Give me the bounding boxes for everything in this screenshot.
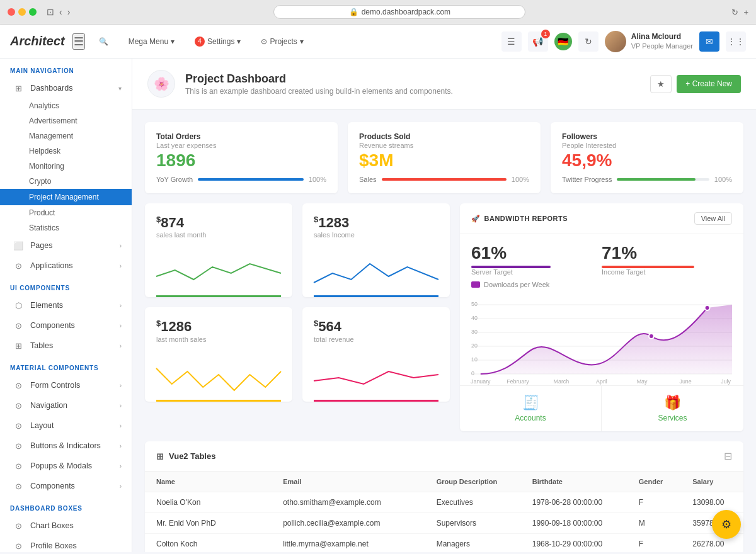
menu-icon-btn[interactable]: ☰ — [501, 31, 522, 52]
projects-button[interactable]: ⊙ Projects ▾ — [255, 34, 309, 49]
avatar — [605, 31, 626, 52]
sidebar-subitem-analytics[interactable]: Analytics — [0, 98, 132, 113]
sidebar-item-layout[interactable]: ⊙ Layout › — [0, 416, 132, 436]
page-header-icon: 🌸 — [147, 70, 175, 98]
table-row: Noelia O'Konotho.smitham@example.comExec… — [145, 492, 743, 513]
flag-icon[interactable]: 🇩🇪 — [554, 33, 572, 50]
refresh-icon-btn[interactable]: ↻ — [578, 31, 598, 52]
svg-text:May: May — [637, 378, 648, 385]
notification-icon-btn[interactable]: 📢 1 — [528, 31, 548, 52]
star-button[interactable]: ★ — [650, 75, 672, 93]
sidebar-subitem-product[interactable]: Product — [0, 205, 132, 220]
more-icon-btn[interactable]: ⋮⋮ — [726, 31, 746, 52]
col-gender: Gender — [627, 472, 681, 492]
chart-svg-1 — [156, 245, 281, 295]
bandwidth-chart-area: 0 10 20 30 40 50 — [460, 292, 743, 380]
create-button[interactable]: + Create New — [677, 75, 741, 93]
user-name: Alina Mclourd — [631, 32, 693, 42]
elements-icon: ⬡ — [13, 300, 24, 311]
ui-components-label: UI COMPONENTS — [0, 276, 132, 295]
new-tab-icon[interactable]: + — [743, 8, 748, 17]
minimize-dot[interactable] — [18, 8, 26, 16]
col-name: Name — [145, 472, 272, 492]
search-button[interactable]: 🔍 — [93, 34, 115, 49]
svg-text:0: 0 — [471, 370, 474, 376]
sidebar-item-components[interactable]: ⊙ Components › — [0, 315, 132, 336]
accounts-icon: 🧾 — [522, 395, 539, 411]
sidebar-toggle-icon[interactable]: ⊡ — [47, 7, 54, 17]
settings-button[interactable]: 4 Settings ▾ — [188, 33, 247, 50]
sidebar-item-navigation[interactable]: ⊙ Navigation › — [0, 395, 132, 416]
stat-sublabel: People Interested — [562, 142, 732, 149]
browser-dots — [8, 8, 37, 16]
chart-svg-2 — [314, 245, 438, 295]
maximize-dot[interactable] — [29, 8, 37, 16]
logo: Architect — [10, 34, 65, 48]
server-metric: 61% Server Target — [471, 243, 602, 276]
sidebar-item-pages[interactable]: ⬜ Pages › — [0, 235, 132, 256]
tables-icon: ⊞ — [13, 340, 24, 351]
sidebar-subitem-management[interactable]: Management — [0, 128, 132, 144]
sidebar-subitem-monitoring[interactable]: Monitoring — [0, 159, 132, 174]
settings-icon: ⚙ — [721, 517, 731, 531]
stat-sublabel: Last year expenses — [156, 142, 326, 149]
applications-icon: ⊙ — [13, 260, 24, 271]
mini-chart-card-3: $1286 last month sales — [145, 307, 292, 401]
components-icon: ⊙ — [13, 320, 24, 331]
chart-boxes-icon: ⊙ — [13, 520, 24, 531]
sidebar-item-popups[interactable]: ⊙ Popups & Modals › — [0, 456, 132, 476]
table-icon: ⊞ — [156, 451, 164, 461]
page-title: Project Dashboard — [185, 72, 453, 86]
sidebar-subitem-statistics[interactable]: Statistics — [0, 220, 132, 235]
income-metric: 71% Income Target — [602, 243, 732, 276]
nav-icon: ⊙ — [13, 400, 24, 411]
sidebar-subitem-project-management[interactable]: Project Management — [0, 189, 132, 205]
stat-bar — [382, 178, 507, 181]
sidebar-item-dashboards[interactable]: ⊞ Dashboards ▾ — [0, 78, 132, 98]
income-label: Income Target — [602, 268, 732, 276]
page-subtitle: This is an example dashboard created usi… — [185, 87, 453, 96]
sidebar-item-buttons[interactable]: ⊙ Buttons & Indicators › — [0, 436, 132, 456]
svg-text:June: June — [679, 378, 691, 385]
mail-icon-btn[interactable]: ✉ — [699, 31, 719, 52]
svg-text:April: April — [596, 378, 607, 385]
chart-svg-3 — [156, 349, 281, 400]
fab-button[interactable]: ⚙ — [712, 510, 741, 539]
sidebar-item-chart-boxes[interactable]: ⊙ Chart Boxes — [0, 516, 132, 536]
stat-sublabel: Revenue streams — [359, 142, 529, 149]
back-icon[interactable]: ‹ — [59, 7, 62, 17]
sidebar-subitem-advertisement[interactable]: Advertisement — [0, 113, 132, 128]
sidebar-item-mat-components[interactable]: ⊙ Components › — [0, 476, 132, 496]
forward-icon[interactable]: › — [67, 7, 71, 17]
svg-text:40: 40 — [471, 315, 478, 321]
legend-label: Downloads per Week — [484, 281, 549, 288]
url-text: demo.dashboardpack.com — [362, 8, 450, 16]
mega-menu-button[interactable]: Mega Menu ▾ — [122, 34, 181, 49]
hamburger-button[interactable]: ☰ — [72, 33, 85, 50]
close-dot[interactable] — [8, 8, 15, 16]
sidebar-subitem-helpdesk[interactable]: Helpdesk — [0, 144, 132, 159]
col-birthdate: Birthdate — [521, 472, 627, 492]
browser-controls: ⊡ ‹ › — [47, 7, 70, 17]
sidebar-subitem-crypto[interactable]: Crypto — [0, 174, 132, 189]
table-grid-icon[interactable]: ⊟ — [724, 450, 732, 462]
sidebar-item-elements[interactable]: ⬡ Elements › — [0, 295, 132, 315]
table-row: Mr. Enid Von PhDpollich.cecilia@example.… — [145, 513, 743, 534]
sidebar-item-tables[interactable]: ⊞ Tables › — [0, 336, 132, 356]
accounts-action[interactable]: 🧾 Accounts — [460, 386, 602, 431]
view-all-button[interactable]: View All — [694, 212, 732, 225]
sidebar-item-profile-boxes[interactable]: ⊙ Profile Boxes — [0, 536, 132, 552]
income-pct: 71% — [602, 243, 732, 263]
table-title-text: Vue2 Tables — [169, 451, 215, 461]
services-label: Services — [658, 414, 687, 422]
nav-right: ☰ 📢 1 🇩🇪 ↻ Alina Mclourd VP People Manag… — [501, 31, 746, 52]
popups-icon: ⊙ — [13, 460, 24, 472]
sidebar-item-form-controls[interactable]: ⊙ Form Controls › — [0, 375, 132, 395]
layout-icon: ⊙ — [13, 420, 24, 431]
data-table: Name Email Group Description Birthdate G… — [145, 472, 743, 552]
sidebar-item-applications[interactable]: ⊙ Applications › — [0, 256, 132, 276]
services-action[interactable]: 🎁 Services — [602, 386, 743, 431]
refresh-icon[interactable]: ↻ — [731, 8, 738, 17]
address-bar[interactable]: 🔒 demo.dashboardpack.com — [273, 5, 525, 19]
stat-label: Followers — [562, 132, 732, 141]
